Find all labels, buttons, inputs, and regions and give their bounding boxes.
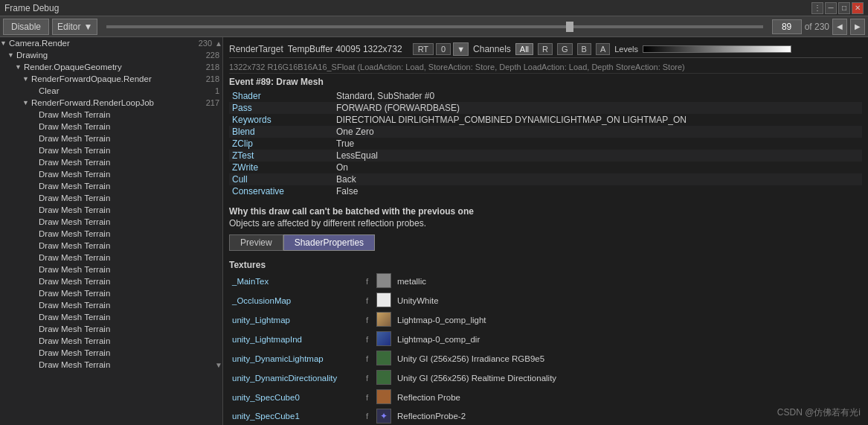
batch-warning: Why this draw call can't be batched with…: [229, 202, 862, 218]
tree-item[interactable]: Draw Mesh Terrain: [0, 156, 222, 168]
tree-item[interactable]: Draw Mesh Terrain: [0, 192, 222, 204]
render-target-value: TempBuffer 40095 1322x732: [288, 44, 402, 54]
prev-frame-button[interactable]: ◀: [832, 19, 847, 35]
tex-name: unity_SpecCube1: [229, 407, 363, 425]
disable-button[interactable]: Disable: [3, 19, 49, 35]
next-frame-button[interactable]: ▶: [850, 19, 865, 35]
tree-item[interactable]: Draw Mesh Terrain: [0, 275, 222, 287]
channel-b-button[interactable]: B: [577, 43, 591, 55]
tree-item-count: 1: [205, 86, 222, 95]
tree-item-label: Draw Mesh Terrain: [39, 229, 222, 238]
tree-item-label: Render.OpaqueGeometry: [24, 63, 205, 71]
textures-table: _MainTexfmetallic_OcclusionMapfUnityWhit…: [229, 272, 862, 425]
frame-slider-container: [106, 25, 762, 28]
tree-item-label: Draw Mesh Terrain: [39, 122, 222, 131]
tex-name: unity_DynamicLightmap: [229, 349, 363, 368]
tex-thumbnail: [373, 310, 394, 330]
tree-item[interactable]: Draw Mesh Terrain▼: [0, 359, 222, 371]
title-bar-controls: ⋮ ─ □ ✕: [811, 2, 864, 14]
tree-item[interactable]: Draw Mesh Terrain: [0, 347, 222, 359]
prop-key: Blend: [229, 126, 333, 138]
tree-item-label: Draw Mesh Terrain: [39, 110, 222, 119]
tree-item-label: Draw Mesh Terrain: [39, 182, 222, 191]
tree-item[interactable]: Draw Mesh Terrain: [0, 180, 222, 192]
channels-label: Channels: [473, 44, 511, 54]
tree-item-label: Drawing: [16, 51, 205, 60]
tree-item[interactable]: Draw Mesh Terrain: [0, 204, 222, 216]
tex-flag: f: [363, 291, 373, 310]
minimize-button[interactable]: ─: [825, 2, 837, 14]
scroll-indicator: ▲: [215, 39, 222, 48]
editor-dropdown[interactable]: Editor ▼: [52, 19, 97, 35]
tex-flag: f: [363, 368, 373, 388]
tree-item-count: 217: [205, 98, 222, 107]
tree-item[interactable]: ▼Camera.Render230▲: [0, 37, 222, 49]
tab-button-shaderproperties[interactable]: ShaderProperties: [283, 234, 375, 251]
tree-item[interactable]: Draw Mesh Terrain: [0, 263, 222, 275]
frame-number[interactable]: 89: [772, 19, 802, 34]
tree-item[interactable]: ▼RenderForwardOpaque.Render218: [0, 73, 222, 85]
title-bar-label: Frame Debug: [4, 3, 811, 13]
tree-item[interactable]: Draw Mesh Terrain: [0, 252, 222, 263]
tree-item-count: 218: [205, 63, 222, 71]
tex-value: Lightmap-0_comp_dir: [394, 330, 862, 349]
tree-item-label: Draw Mesh Terrain: [39, 134, 222, 143]
textures-title: Textures: [229, 257, 862, 272]
tree-item[interactable]: Clear1: [0, 85, 222, 97]
tree-item-label: RenderForwardOpaque.Render: [31, 74, 205, 83]
tex-value: UnityWhite: [394, 291, 862, 310]
tree-item[interactable]: Draw Mesh Terrain: [0, 121, 222, 132]
tree-item-label: Draw Mesh Terrain: [39, 301, 222, 310]
tree-item[interactable]: Draw Mesh Terrain: [0, 144, 222, 156]
channel-r-button[interactable]: R: [538, 43, 553, 55]
tree-item[interactable]: Draw Mesh Terrain: [0, 216, 222, 228]
tex-value: Reflection Probe: [394, 388, 862, 407]
tree-item-label: Draw Mesh Terrain: [39, 170, 222, 179]
prop-key: Shader: [229, 90, 333, 102]
render-target-info: 1322x732 R16G16B16A16_SFloat (LoadAction…: [229, 61, 862, 74]
prop-key: Conservative: [229, 185, 333, 197]
tree-item[interactable]: Draw Mesh Terrain: [0, 335, 222, 347]
prop-key: ZWrite: [229, 162, 333, 173]
close-button[interactable]: ✕: [852, 2, 864, 14]
tree-item[interactable]: Draw Mesh Terrain: [0, 287, 222, 299]
rt-num-dropdown[interactable]: ▼: [453, 42, 469, 56]
prop-value: False: [333, 185, 862, 197]
tex-flag: f: [363, 310, 373, 330]
tree-item-label: Draw Mesh Terrain: [39, 158, 222, 167]
frame-slider[interactable]: [106, 25, 762, 28]
tree-item[interactable]: Draw Mesh Terrain: [0, 299, 222, 311]
tree-arrow: ▼: [0, 39, 9, 47]
tex-value: ReflectionProbe-2: [394, 407, 862, 425]
maximize-button[interactable]: □: [838, 2, 850, 14]
tex-thumbnail: [373, 291, 394, 310]
properties-table: ShaderStandard, SubShader #0PassFORWARD …: [229, 90, 862, 197]
menu-icon[interactable]: ⋮: [811, 2, 823, 14]
tree-arrow: ▼: [22, 75, 31, 83]
tree-item[interactable]: Draw Mesh Terrain: [0, 323, 222, 335]
rt-label: RT: [413, 43, 434, 55]
tree-item[interactable]: Draw Mesh Terrain: [0, 132, 222, 144]
tree-item[interactable]: Draw Mesh Terrain: [0, 228, 222, 240]
slider-thumb[interactable]: [566, 22, 573, 32]
rt-bar: RenderTarget TempBuffer 40095 1322x732 R…: [229, 40, 862, 58]
tree-item[interactable]: ▼Render.OpaqueGeometry218: [0, 61, 222, 73]
tab-button-preview[interactable]: Preview: [229, 234, 283, 251]
tree-item[interactable]: ▼RenderForward.RenderLoopJob217: [0, 97, 222, 109]
levels-bar[interactable]: [643, 45, 791, 53]
render-target-label: RenderTarget: [229, 44, 283, 54]
tree-item-label: Draw Mesh Terrain: [39, 194, 222, 202]
prop-value: One Zero: [333, 126, 862, 138]
tree-item[interactable]: Draw Mesh Terrain: [0, 311, 222, 323]
tex-value: Unity GI (256x256) Irradiance RGB9e5: [394, 349, 862, 368]
tree-item[interactable]: ▼Drawing228: [0, 49, 222, 61]
tree-item[interactable]: Draw Mesh Terrain: [0, 109, 222, 121]
right-panel: RenderTarget TempBuffer 40095 1322x732 R…: [223, 37, 868, 425]
channel-a-button[interactable]: A: [596, 43, 610, 55]
tex-thumbnail: ✦: [373, 407, 394, 425]
prop-value: FORWARD (FORWARDBASE): [333, 102, 862, 114]
tree-item[interactable]: Draw Mesh Terrain: [0, 240, 222, 252]
tree-item[interactable]: Draw Mesh Terrain: [0, 168, 222, 180]
channel-g-button[interactable]: G: [557, 43, 573, 55]
channel-all-button[interactable]: All: [515, 43, 533, 55]
